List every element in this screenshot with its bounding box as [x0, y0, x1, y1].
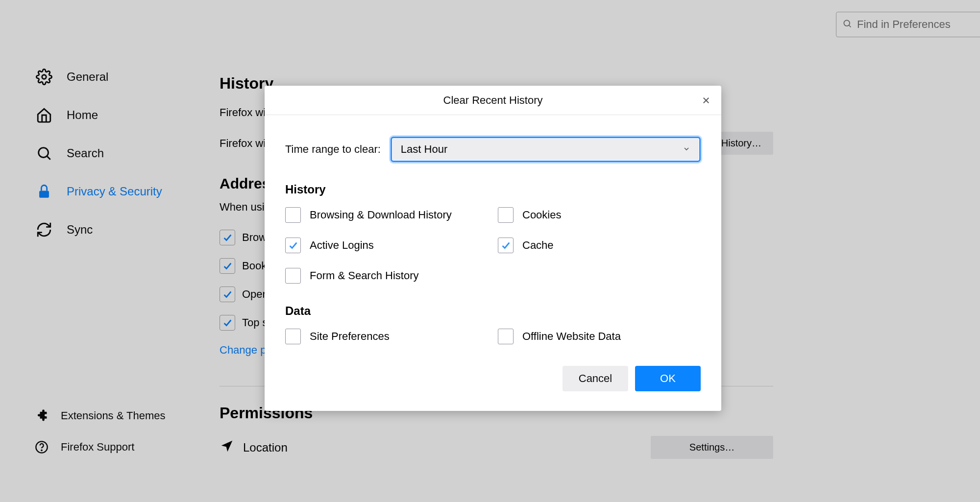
- close-icon[interactable]: [700, 94, 712, 107]
- checkbox-offline-data[interactable]: [498, 329, 514, 344]
- checkbox-active-logins[interactable]: [285, 238, 301, 253]
- dialog-header: Clear Recent History: [265, 86, 721, 115]
- ok-button[interactable]: OK: [635, 366, 701, 391]
- clear-history-dialog: Clear Recent History Time range to clear…: [265, 86, 721, 411]
- history-section-heading: History: [285, 183, 701, 196]
- checkbox-cookies[interactable]: [498, 207, 514, 223]
- checkbox-label: Cache: [522, 239, 554, 252]
- data-section-heading: Data: [285, 304, 701, 318]
- checkbox-label: Form & Search History: [310, 269, 419, 282]
- checkbox-form-search[interactable]: [285, 268, 301, 284]
- checkbox-label: Offline Website Data: [522, 330, 621, 343]
- checkbox-cache[interactable]: [498, 238, 514, 253]
- checkbox-site-preferences[interactable]: [285, 329, 301, 344]
- time-range-label: Time range to clear:: [285, 143, 381, 156]
- checkbox-label: Site Preferences: [310, 330, 390, 343]
- time-range-select[interactable]: Last Hour: [391, 137, 701, 162]
- checkbox-label: Browsing & Download History: [310, 209, 452, 221]
- chevron-down-icon: [683, 143, 690, 156]
- time-range-value: Last Hour: [401, 143, 447, 156]
- dialog-title: Clear Recent History: [443, 94, 543, 107]
- checkbox-browsing-download[interactable]: [285, 207, 301, 223]
- checkbox-label: Active Logins: [310, 239, 374, 252]
- checkbox-label: Cookies: [522, 209, 561, 221]
- cancel-button[interactable]: Cancel: [563, 366, 628, 391]
